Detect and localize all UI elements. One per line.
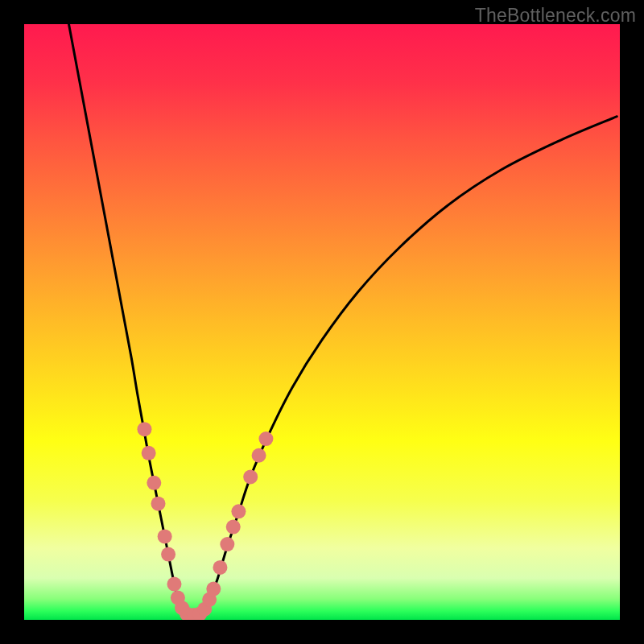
data-point — [161, 547, 175, 562]
data-point — [231, 504, 246, 518]
data-point — [252, 448, 266, 463]
data-point — [206, 582, 221, 597]
data-point — [147, 476, 161, 490]
data-point — [137, 422, 151, 436]
gradient-background — [24, 24, 620, 620]
plot-area — [24, 24, 620, 620]
data-point — [142, 446, 156, 460]
data-point — [167, 577, 181, 592]
data-point — [220, 537, 234, 551]
data-point — [158, 529, 172, 543]
data-point — [258, 431, 273, 446]
chart-frame: TheBottleneck.com — [0, 0, 644, 644]
data-point — [213, 560, 227, 575]
watermark-text: TheBottleneck.com — [475, 5, 636, 27]
data-point — [151, 497, 166, 511]
data-point — [226, 520, 241, 535]
chart-svg — [24, 24, 620, 620]
data-point — [243, 469, 258, 484]
